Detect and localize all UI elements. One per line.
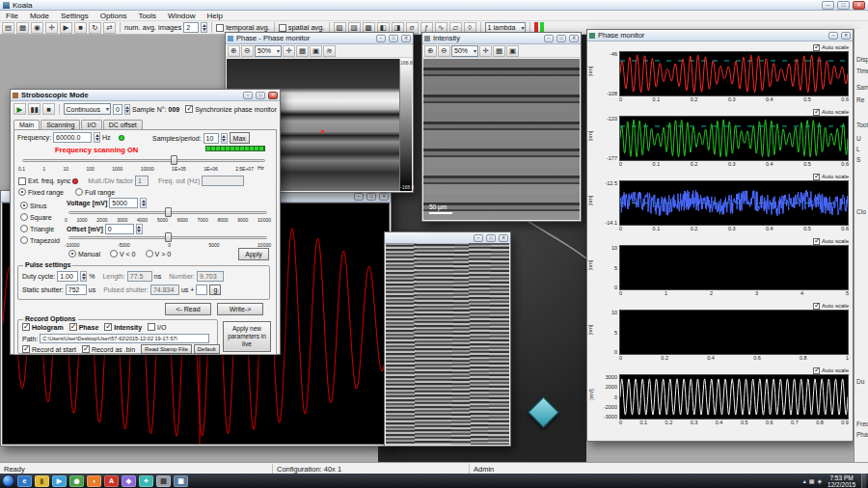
auto-scale-checkbox[interactable]: [813, 238, 820, 245]
side-panel-strip[interactable]: Disp Timer Samp Re Tools U L S Clo Du Fr…: [854, 29, 868, 462]
duty-cycle-input[interactable]: 1.00: [57, 271, 78, 282]
maximize-button[interactable]: □: [486, 234, 496, 242]
menu-help[interactable]: Help: [202, 12, 229, 20]
menu-mode[interactable]: Mode: [24, 12, 55, 20]
crosshair-icon[interactable]: ✛: [479, 45, 492, 57]
profile-icon[interactable]: ≋: [323, 45, 336, 57]
auto-scale-checkbox[interactable]: [813, 174, 820, 180]
zoom-out-icon[interactable]: ⊖: [241, 45, 254, 57]
duty-stepper[interactable]: [80, 271, 87, 282]
frequency-stepper[interactable]: [94, 132, 100, 143]
close-button[interactable]: ✕: [379, 193, 389, 201]
plot-area[interactable]: [619, 51, 849, 96]
minimize-button[interactable]: –: [544, 35, 554, 42]
minimize-button[interactable]: –: [354, 193, 364, 201]
minimize-button[interactable]: –: [828, 32, 838, 40]
stop-icon[interactable]: ■: [42, 103, 55, 115]
tray-hidden-icons[interactable]: ▴: [803, 477, 806, 484]
taskbar-acrobat-reader-icon[interactable]: A: [104, 475, 119, 487]
play-icon[interactable]: ▶: [60, 22, 72, 34]
open-icon[interactable]: ▤: [2, 22, 14, 34]
taskbar-app-icon[interactable]: ✦: [139, 475, 153, 487]
camera-icon[interactable]: ◉: [31, 22, 43, 34]
record-at-start-checkbox[interactable]: [22, 345, 30, 353]
num-avg-stepper[interactable]: [201, 22, 207, 33]
close-button[interactable]: ✕: [569, 35, 579, 42]
maximize-button[interactable]: □: [256, 92, 265, 99]
menu-window[interactable]: Window: [162, 12, 201, 20]
taskbar-firefox-icon[interactable]: ◗: [87, 475, 101, 487]
apply-button[interactable]: Apply: [238, 248, 269, 260]
shutter-extra-input[interactable]: [196, 285, 207, 295]
samples-stepper[interactable]: [221, 133, 228, 144]
grid-icon[interactable]: ▦: [296, 45, 309, 57]
tab-dc-offset[interactable]: DC offset: [103, 120, 143, 129]
offset-stepper[interactable]: [136, 224, 143, 234]
tab-io[interactable]: I/O: [81, 120, 101, 129]
plot-area[interactable]: [619, 116, 849, 161]
square-radio[interactable]: [20, 213, 28, 221]
sync-phase-checkbox[interactable]: [185, 105, 193, 113]
pause-icon[interactable]: ▮▮: [28, 103, 41, 115]
phase-titlebar[interactable]: Phase - Phase monitor – □ ✕: [226, 33, 413, 44]
frequency-slider[interactable]: [22, 159, 265, 162]
strobo-titlebar[interactable]: Stroboscopic Mode – □ ✕: [11, 90, 280, 101]
start-button[interactable]: [2, 474, 14, 487]
record-io-checkbox[interactable]: [148, 323, 155, 331]
spatial-avg-checkbox[interactable]: [279, 24, 286, 32]
maximize-button[interactable]: □: [366, 193, 376, 201]
offset-input[interactable]: 0: [105, 224, 134, 234]
samples-input[interactable]: 10: [203, 133, 219, 144]
v-neg-radio[interactable]: [110, 250, 118, 258]
intensity-titlebar[interactable]: Intensity – □ ✕: [422, 33, 581, 44]
mode-index-input[interactable]: 0: [113, 104, 122, 115]
voltage-slider-thumb[interactable]: [165, 207, 172, 217]
minimize-button[interactable]: –: [822, 1, 834, 10]
close-button[interactable]: ✕: [401, 35, 411, 42]
temporal-avg-checkbox[interactable]: [216, 24, 224, 32]
taskbar-windows-explorer-icon[interactable]: ▮: [35, 475, 49, 487]
grid-icon[interactable]: ▦: [493, 45, 505, 57]
trapezoid-radio[interactable]: [20, 236, 28, 244]
auto-scale-checkbox[interactable]: [813, 367, 820, 374]
default-button[interactable]: Default: [194, 344, 220, 354]
menu-options[interactable]: Options: [95, 12, 133, 20]
read-stamp-button[interactable]: Read Stamp File: [141, 344, 192, 354]
plot-area[interactable]: [619, 310, 849, 355]
voltage-stepper[interactable]: [140, 198, 147, 208]
taskbar-clock[interactable]: 7:53 PM 12/2/2015: [825, 474, 858, 488]
max-button[interactable]: Max: [230, 132, 250, 144]
crosshair-icon[interactable]: ✛: [283, 45, 295, 57]
triangle-radio[interactable]: [20, 225, 28, 232]
apply-live-button[interactable]: Apply new parameters in live: [223, 321, 271, 352]
auto-scale-checkbox[interactable]: [813, 109, 820, 116]
menu-settings[interactable]: Settings: [55, 12, 95, 20]
refresh-icon[interactable]: ↻: [89, 22, 101, 34]
record-hologram-checkbox[interactable]: [22, 323, 30, 331]
menu-file[interactable]: File: [0, 12, 24, 20]
close-button[interactable]: ✕: [499, 234, 508, 242]
record-intensity-checkbox[interactable]: [104, 323, 112, 331]
sinus-radio[interactable]: [20, 202, 28, 209]
tray-network-icon[interactable]: ▦: [809, 477, 815, 484]
minimize-button[interactable]: –: [243, 92, 253, 99]
roi-icon[interactable]: ▣: [310, 45, 322, 57]
tab-scanning[interactable]: Scanning: [41, 120, 80, 129]
menu-tools[interactable]: Tools: [132, 12, 162, 20]
zoom-select[interactable]: 50%: [255, 45, 282, 57]
plot-area[interactable]: [619, 374, 849, 420]
taskbar-app-icon[interactable]: ◆: [122, 475, 136, 487]
minimize-button[interactable]: –: [376, 35, 386, 42]
play-icon[interactable]: ▶: [14, 103, 26, 115]
read-button[interactable]: <- Read: [165, 303, 211, 315]
mode-index-stepper[interactable]: [124, 104, 130, 115]
hologram-fringe-image[interactable]: [386, 243, 509, 445]
zoom-out-icon[interactable]: ⊖: [438, 45, 450, 57]
auto-scale-checkbox[interactable]: [813, 303, 820, 310]
v-pos-radio[interactable]: [146, 250, 153, 258]
plot-area[interactable]: [619, 180, 849, 226]
offset-slider-thumb[interactable]: [165, 232, 172, 242]
close-button[interactable]: ✕: [853, 1, 865, 10]
close-button[interactable]: ✕: [268, 92, 278, 99]
taskbar-internet-explorer-icon[interactable]: e: [17, 475, 32, 487]
